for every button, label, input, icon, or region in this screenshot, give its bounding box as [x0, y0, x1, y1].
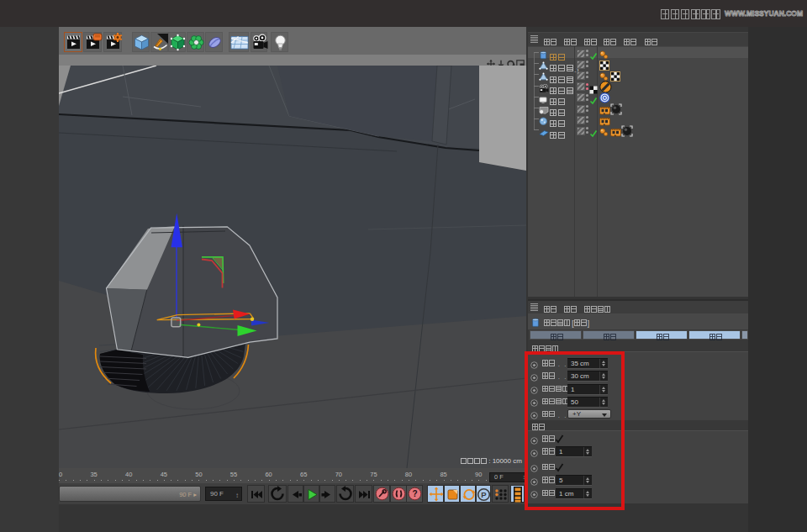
- svg-text:P: P: [481, 490, 487, 499]
- svg-text:?: ?: [412, 489, 417, 498]
